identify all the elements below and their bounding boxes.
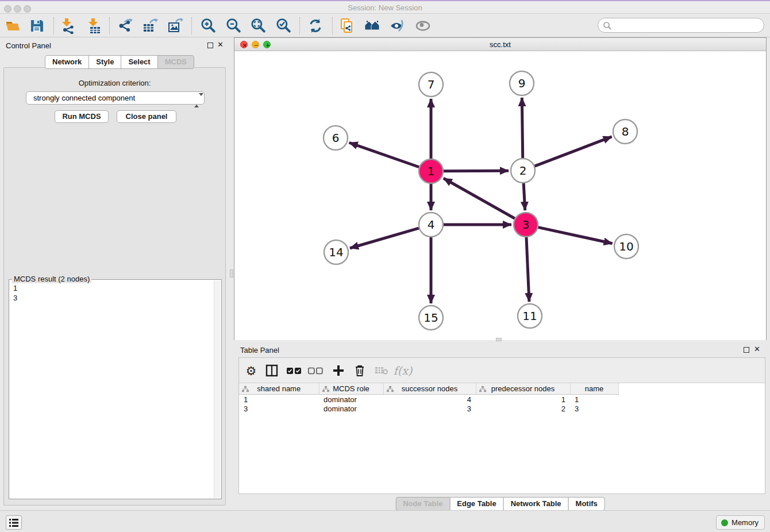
memory-label: Memory (732, 518, 759, 527)
network-view-window: scc.txt 1234678910111415 (234, 37, 767, 340)
graph-node-15[interactable]: 15 (419, 306, 443, 330)
export-network-icon[interactable] (116, 16, 135, 36)
graph-node-8[interactable]: 8 (613, 119, 637, 144)
tab-node-table[interactable]: Node Table (395, 497, 450, 511)
graph-edge-2-3[interactable] (523, 183, 525, 210)
control-panel: Control Panel ✕ NetworkStyleSelectMCDS O… (0, 37, 229, 510)
column-header-predecessor-nodes[interactable]: predecessor nodes (476, 383, 570, 394)
graph-node-6[interactable]: 6 (324, 126, 348, 150)
splitter-handle[interactable] (230, 269, 233, 277)
svg-text:11: 11 (522, 309, 537, 323)
svg-text:6: 6 (332, 131, 340, 145)
graph-node-4[interactable]: 4 (419, 213, 443, 237)
network-window-titlebar[interactable]: scc.txt (234, 38, 766, 51)
graph-node-10[interactable]: 10 (614, 234, 638, 259)
close-panel-button[interactable]: Close panel (117, 110, 176, 123)
select-all-columns-icon[interactable] (286, 362, 303, 379)
hierarchy-icon (322, 385, 329, 394)
save-session-icon[interactable] (27, 16, 47, 36)
close-panel-icon[interactable]: ✕ (217, 40, 224, 49)
tab-network-table[interactable]: Network Table (503, 497, 569, 511)
svg-text:2: 2 (519, 164, 527, 178)
list-icon (9, 518, 19, 527)
svg-text:3: 3 (522, 218, 530, 232)
svg-text:9: 9 (518, 76, 526, 90)
tab-select[interactable]: Select (121, 55, 157, 69)
memory-button[interactable]: Memory (716, 515, 765, 530)
graph-edge-2-8[interactable] (535, 137, 612, 166)
graph-node-11[interactable]: 11 (518, 304, 542, 328)
mcds-result-text[interactable]: 1 3 (10, 282, 214, 498)
table-row[interactable]: 1dominator411 (239, 394, 765, 404)
toolbar-separator (299, 17, 300, 34)
splitter-handle[interactable] (496, 338, 502, 341)
hide-style-icon[interactable] (387, 16, 407, 36)
home-icon[interactable] (363, 16, 382, 36)
graph-edge-3-1[interactable] (444, 178, 515, 218)
export-image-icon[interactable] (165, 16, 185, 36)
network-graph: 1234678910111415 (234, 51, 766, 340)
tab-edge-table[interactable]: Edge Table (449, 497, 503, 511)
open-session-icon[interactable] (3, 16, 22, 36)
table-settings-gear-icon[interactable]: ⚙ (242, 362, 260, 379)
close-table-panel-icon[interactable]: ✕ (754, 345, 760, 353)
delete-column-icon[interactable] (351, 362, 368, 379)
mcds-panel: Optimization criterion: strongly connect… (3, 67, 226, 506)
function-builder-icon[interactable]: f(x) (394, 362, 411, 379)
export-table-icon[interactable] (140, 16, 160, 36)
column-header-name[interactable]: name (570, 383, 618, 394)
toolbar-separator (53, 17, 54, 34)
graph-node-3[interactable]: 3 (514, 213, 538, 237)
graph-edge-1-2[interactable] (444, 171, 509, 171)
graph-edge-4-14[interactable] (350, 228, 419, 248)
graph-node-14[interactable]: 14 (324, 240, 348, 264)
svg-text:15: 15 (424, 311, 438, 325)
unselect-all-columns-icon[interactable] (307, 362, 324, 379)
toolbar-separator (109, 17, 110, 34)
tab-style[interactable]: Style (88, 55, 121, 69)
select-stepper-icon (194, 94, 199, 106)
zoom-out-icon[interactable] (224, 16, 243, 36)
zoom-in-icon[interactable] (198, 16, 218, 36)
show-columns-icon[interactable] (263, 362, 280, 379)
criterion-select[interactable]: strongly connected component (26, 91, 205, 105)
column-header-mcds-role[interactable]: MCDS role (319, 383, 383, 394)
network-canvas[interactable]: 1234678910111415 (234, 51, 766, 340)
graph-edge-1-6[interactable] (349, 142, 419, 167)
apply-layout-icon[interactable] (306, 16, 325, 36)
table-tabs: Node TableEdge TableNetwork TableMotifs (395, 497, 605, 511)
graph-node-1[interactable]: 1 (419, 159, 443, 183)
import-network-icon[interactable] (59, 16, 78, 36)
run-mcds-button[interactable]: Run MCDS (55, 110, 109, 123)
float-table-panel-icon[interactable] (744, 347, 749, 353)
app-title: Session: New Session (0, 3, 770, 12)
graph-node-7[interactable]: 7 (419, 72, 443, 97)
graph-node-2[interactable]: 2 (511, 159, 535, 183)
zoom-fit-icon[interactable] (248, 16, 268, 36)
delete-table-icon[interactable] (373, 362, 390, 379)
graph-node-9[interactable]: 9 (510, 71, 534, 95)
tab-mcds[interactable]: MCDS (157, 55, 194, 69)
column-header-shared-name[interactable]: shared name (239, 383, 319, 394)
graph-edge-3-11[interactable] (526, 237, 529, 302)
tab-network[interactable]: Network (45, 55, 89, 69)
create-column-icon[interactable] (330, 362, 347, 379)
search-input[interactable] (614, 20, 758, 31)
float-panel-icon[interactable] (207, 43, 213, 48)
result-scrollbar[interactable] (214, 280, 221, 498)
column-header-successor-nodes[interactable]: successor nodes (383, 383, 476, 394)
graph-edge-3-10[interactable] (538, 228, 612, 244)
graph-edge-2-9[interactable] (522, 98, 522, 158)
vertical-splitter[interactable] (229, 37, 234, 510)
control-panel-tabs: NetworkStyleSelectMCDS (45, 55, 194, 69)
import-table-icon[interactable] (85, 16, 105, 36)
search-icon (603, 21, 612, 30)
svg-text:10: 10 (619, 240, 633, 253)
task-history-button[interactable] (6, 515, 22, 530)
zoom-selected-icon[interactable] (274, 16, 293, 36)
table-row[interactable]: 3dominator323 (239, 404, 765, 413)
eye-icon[interactable] (413, 16, 433, 36)
tab-motifs[interactable]: Motifs (568, 497, 605, 511)
table-toolbar: ⚙ f(x) (239, 358, 765, 383)
copy-network-icon[interactable] (337, 16, 357, 36)
